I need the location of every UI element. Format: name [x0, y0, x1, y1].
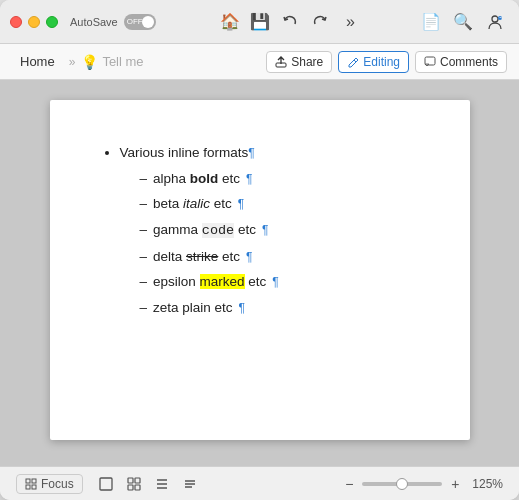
gamma-text: gamma code etc	[153, 217, 256, 244]
ribbon-right: Share Editing Comments	[266, 51, 507, 73]
align-view-icon[interactable]	[179, 473, 201, 495]
zoom-out-button[interactable]: −	[340, 476, 358, 492]
svg-rect-6	[26, 485, 30, 489]
share-person-icon[interactable]	[481, 8, 509, 36]
bold-text: bold	[190, 171, 219, 186]
focus-label: Focus	[41, 477, 74, 491]
share-button[interactable]: Share	[266, 51, 332, 73]
toggle-knob	[142, 16, 154, 28]
code-text: code	[202, 223, 234, 238]
pilcrow-2: ¶	[246, 168, 252, 191]
svg-rect-10	[135, 478, 140, 483]
ribbon: Home » 💡 Tell me Share Editing	[0, 44, 519, 80]
zoom-slider-track[interactable]	[362, 482, 442, 486]
svg-rect-7	[32, 485, 36, 489]
svg-rect-12	[135, 485, 140, 490]
comments-button[interactable]: Comments	[415, 51, 507, 73]
pilcrow-4: ¶	[262, 219, 268, 242]
svg-rect-5	[32, 479, 36, 483]
layout-single-icon[interactable]	[95, 473, 117, 495]
editing-label: Editing	[363, 55, 400, 69]
svg-point-0	[492, 16, 498, 22]
comments-label: Comments	[440, 55, 498, 69]
focus-button[interactable]: Focus	[16, 474, 83, 494]
main-bullet-list: Various inline formats¶ alpha bold etc¶ …	[120, 140, 420, 320]
autosave-label: AutoSave	[70, 16, 118, 28]
svg-rect-4	[26, 479, 30, 483]
pilcrow-3: ¶	[238, 193, 244, 216]
sub-list: alpha bold etc¶ beta italic etc¶ gamma c…	[140, 166, 420, 321]
main-bullet-text: Various inline formats	[120, 145, 249, 160]
document-area: Various inline formats¶ alpha bold etc¶ …	[0, 80, 519, 466]
zoom-in-button[interactable]: +	[446, 476, 464, 492]
main-bullet-item: Various inline formats¶ alpha bold etc¶ …	[120, 140, 420, 320]
minimize-button[interactable]	[28, 16, 40, 28]
lightbulb-icon: 💡	[81, 54, 98, 70]
list-item-epsilon: epsilon marked etc¶	[140, 269, 420, 295]
autosave-area: AutoSave OFF	[70, 14, 156, 30]
undo-icon[interactable]	[276, 8, 304, 36]
editing-button[interactable]: Editing	[338, 51, 409, 73]
zoom-slider-thumb[interactable]	[396, 478, 408, 490]
status-icons	[95, 473, 201, 495]
tell-me-input[interactable]: Tell me	[102, 54, 262, 69]
save-icon[interactable]: 💾	[246, 8, 274, 36]
search-icon[interactable]: 🔍	[449, 8, 477, 36]
autosave-toggle[interactable]: OFF	[124, 14, 156, 30]
list-item-beta: beta italic etc¶	[140, 191, 420, 217]
document-page[interactable]: Various inline formats¶ alpha bold etc¶ …	[50, 100, 470, 440]
list-item-delta: delta strike etc¶	[140, 244, 420, 270]
list-item-alpha: alpha bold etc¶	[140, 166, 420, 192]
marked-text: marked	[200, 274, 245, 289]
strike-text: strike	[186, 249, 218, 264]
zoom-percent-label: 125%	[472, 477, 503, 491]
zeta-text: zeta plain etc	[153, 295, 233, 321]
toggle-state-label: OFF	[127, 17, 143, 26]
home-icon[interactable]: 🏠	[216, 8, 244, 36]
svg-rect-9	[128, 478, 133, 483]
list-item-gamma: gamma code etc¶	[140, 217, 420, 244]
alpha-text: alpha bold etc	[153, 166, 240, 192]
zoom-area: − + 125%	[340, 476, 503, 492]
home-tab[interactable]: Home	[12, 50, 63, 73]
maximize-button[interactable]	[46, 16, 58, 28]
status-bar: Focus	[0, 466, 519, 500]
more-toolbar-icon[interactable]: »	[336, 8, 364, 36]
pilcrow-5: ¶	[246, 246, 252, 269]
svg-rect-8	[100, 478, 112, 490]
app-window: AutoSave OFF 🏠 💾 »	[0, 0, 519, 500]
layout-grid-icon[interactable]	[123, 473, 145, 495]
svg-rect-11	[128, 485, 133, 490]
title-bar: AutoSave OFF 🏠 💾 »	[0, 0, 519, 44]
share-label: Share	[291, 55, 323, 69]
pilcrow-7: ¶	[239, 297, 245, 320]
ribbon-separator: »	[69, 55, 76, 69]
delta-text: delta strike etc	[153, 244, 240, 270]
close-button[interactable]	[10, 16, 22, 28]
pilcrow-6: ¶	[272, 271, 278, 294]
list-item-zeta: zeta plain etc¶	[140, 295, 420, 321]
italic-text: italic	[183, 196, 210, 211]
list-view-icon[interactable]	[151, 473, 173, 495]
doc-icon[interactable]: 📄	[417, 8, 445, 36]
traffic-lights	[10, 16, 58, 28]
redo-icon[interactable]	[306, 8, 334, 36]
epsilon-text: epsilon marked etc	[153, 269, 266, 295]
beta-text: beta italic etc	[153, 191, 232, 217]
toolbar-right: 📄 🔍	[417, 8, 509, 36]
pilcrow-1: ¶	[248, 146, 254, 160]
toolbar-icons: 🏠 💾 »	[164, 8, 417, 36]
